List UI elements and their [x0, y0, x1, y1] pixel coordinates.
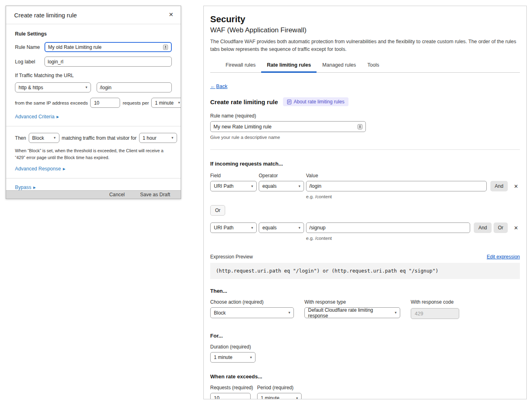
period-label: Period (required) [257, 385, 302, 390]
chevron-down-icon: ▾ [251, 226, 253, 230]
then-controls: Choose action (required) Block ▾ With re… [210, 299, 520, 319]
rule-name-field-wrap [44, 42, 172, 52]
period-select[interactable]: 1 minute ▾ [257, 393, 302, 399]
field-select[interactable]: URI Path ▾ [210, 181, 257, 191]
remove-condition-icon[interactable]: ✕ [512, 224, 520, 232]
chevron-down-icon: ▾ [298, 185, 300, 188]
screenshot-root: Create rate limiting rule ✕ Rule Setting… [0, 0, 532, 405]
log-label-input[interactable] [48, 59, 169, 65]
dialog-body: Rule Settings Rule Name Log label [6, 24, 181, 190]
or-button[interactable]: Or [494, 222, 508, 233]
expression-preview-row: Expression Preview Edit expression [210, 254, 520, 260]
field-column-label: Field [210, 173, 257, 178]
duration-select[interactable]: 1 minute ▾ [210, 352, 255, 363]
condition-row: URI Path ▾ equals ▾ And ✕ [210, 181, 520, 191]
rule-name-input[interactable] [213, 124, 355, 130]
expand-right-icon: ▶ [33, 186, 36, 189]
expression-code: (http.request.uri.path eq "/login") or (… [210, 263, 520, 279]
chevron-down-icon: ▾ [178, 101, 180, 105]
value-input[interactable] [309, 225, 467, 231]
threshold-middle-text: requests per [122, 100, 149, 105]
criteria-column-labels: Field Operator Value [210, 173, 520, 178]
rate-controls: Requests (required) Period (required) 1 … [210, 385, 520, 399]
value-column-label: Value [306, 173, 318, 178]
choose-action-select[interactable]: Block ▾ [210, 307, 294, 318]
action-select[interactable]: Block ▾ [29, 133, 59, 143]
expand-right-icon: ▶ [63, 167, 65, 171]
value-input[interactable] [309, 183, 483, 189]
incoming-requests-heading: If incoming requests match... [210, 161, 520, 167]
page-description: The Cloudflare WAF provides both automat… [210, 38, 520, 53]
url-match-row: http & https ▾ [15, 82, 172, 92]
response-type-col: With response type Default Cloudflare ra… [304, 299, 400, 319]
requests-input[interactable] [210, 393, 251, 399]
save-as-draft-button[interactable]: Save as Draft [140, 192, 171, 197]
value-field-wrap [306, 222, 470, 233]
operator-select[interactable]: equals ▾ [259, 222, 304, 233]
period-col: Period (required) 1 minute ▾ [257, 385, 302, 399]
advanced-response-link[interactable]: Advanced Response ▶ [15, 166, 65, 172]
edit-expression-link[interactable]: Edit expression [487, 254, 520, 260]
period-select[interactable]: 1 minute ▾ [151, 98, 181, 108]
tab-rate-limiting-rules[interactable]: Rate limiting rules [261, 59, 317, 72]
back-arrow-icon: ← [210, 84, 215, 89]
log-label-label: Log label [15, 59, 40, 65]
chevron-down-icon: ▾ [85, 86, 87, 89]
expression-preview-label: Expression Preview [210, 254, 253, 260]
value-field-wrap [306, 181, 487, 191]
response-code-input [411, 308, 459, 319]
tab-firewall-rules[interactable]: Firewall rules [220, 59, 261, 72]
field-select[interactable]: URI Path ▾ [210, 222, 257, 233]
scheme-select[interactable]: http & https ▾ [15, 82, 91, 92]
traffic-matching-heading: If Traffic Matching the URL [15, 73, 172, 78]
dialog-header: Create rate limiting rule ✕ [6, 6, 181, 24]
rule-name-row: Rule Name [15, 42, 172, 52]
autofill-icon[interactable] [163, 44, 168, 50]
rule-name-help: Give your rule a descriptive name [210, 134, 520, 140]
page-title: Security [210, 14, 520, 25]
threshold-row: from the same IP address exceeds request… [15, 98, 172, 108]
remove-condition-icon[interactable]: ✕ [512, 183, 520, 190]
advanced-criteria-link[interactable]: Advanced Criteria ▶ [15, 114, 59, 120]
value-example-help: e.g. /content [306, 194, 520, 199]
chevron-down-icon: ▾ [395, 311, 397, 315]
response-type-select[interactable]: Default Cloudflare rate limiting respons… [304, 307, 400, 318]
response-code-label: With response code [411, 299, 459, 305]
autofill-icon[interactable] [357, 124, 363, 130]
or-connector-button[interactable]: Or [210, 205, 225, 216]
then-action-row: Then Block ▾ matching traffic from that … [15, 133, 172, 143]
about-rate-limiting-badge[interactable]: About rate limiting rules [283, 97, 348, 106]
threshold-prefix-text: from the same IP address exceeds [15, 100, 88, 105]
cancel-button[interactable]: Cancel [109, 192, 125, 197]
block-note-text: When “Block” is set, when the threshold … [15, 147, 172, 161]
chevron-down-icon: ▾ [251, 185, 253, 188]
tab-tools[interactable]: Tools [362, 59, 385, 72]
url-input[interactable] [100, 85, 169, 90]
close-icon[interactable]: ✕ [167, 10, 175, 19]
page-subtitle: WAF (Web Application Firewall) [210, 26, 520, 34]
value-example-help: e.g. /content [306, 235, 520, 241]
bypass-link[interactable]: Bypass ▶ [15, 185, 36, 190]
form-title-row: Create rate limiting rule About rate lim… [210, 97, 520, 106]
for-heading: For... [210, 333, 520, 339]
and-button[interactable]: And [490, 181, 508, 191]
tab-managed-rules[interactable]: Managed rules [317, 59, 361, 72]
chevron-down-icon: ▾ [171, 136, 173, 140]
response-code-col: With response code [411, 299, 459, 319]
chevron-down-icon: ▾ [298, 226, 300, 230]
back-link[interactable]: ← Back [210, 84, 228, 89]
chevron-down-icon: ▾ [288, 311, 290, 315]
ban-duration-select[interactable]: 1 hour ▾ [139, 133, 177, 143]
choose-action-label: Choose action (required) [210, 299, 294, 305]
form-title: Create rate limiting rule [210, 99, 278, 105]
operator-select[interactable]: equals ▾ [259, 181, 304, 191]
and-button[interactable]: And [474, 222, 491, 233]
expand-right-icon: ▶ [57, 115, 59, 119]
rule-name-label: Rule Name [15, 44, 40, 50]
rule-name-input[interactable] [48, 44, 160, 50]
rule-settings-heading: Rule Settings [15, 31, 172, 37]
requests-label: Requests (required) [210, 385, 253, 390]
choose-action-col: Choose action (required) Block ▾ [210, 299, 294, 319]
url-field-wrap [97, 82, 172, 92]
threshold-input[interactable] [90, 98, 120, 108]
